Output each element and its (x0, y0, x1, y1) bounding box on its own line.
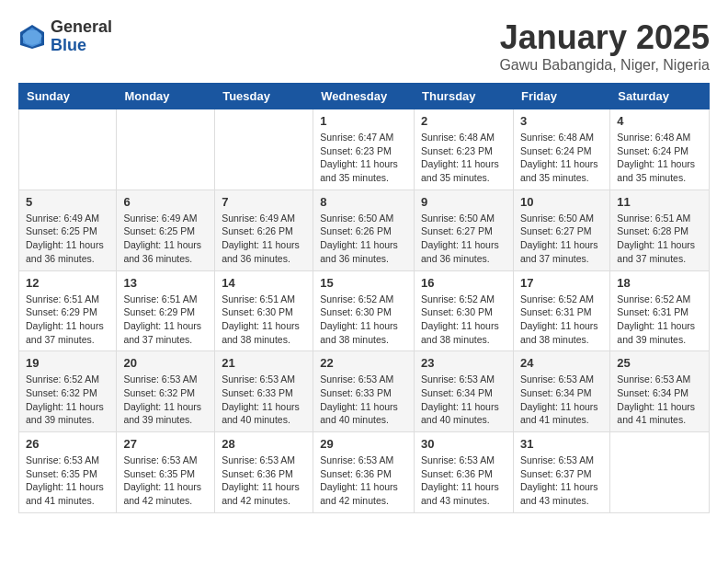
day-number-10: 10 (520, 195, 603, 209)
day-cell-11: 11Sunrise: 6:51 AM Sunset: 6:28 PM Dayli… (610, 190, 710, 270)
location-label: Gawu Babangida, Niger, Nigeria (499, 57, 710, 74)
day-number-26: 26 (26, 437, 109, 451)
day-info-18: Sunrise: 6:52 AM Sunset: 6:31 PM Dayligh… (617, 293, 702, 347)
day-cell-17: 17Sunrise: 6:52 AM Sunset: 6:31 PM Dayli… (513, 270, 609, 351)
day-number-21: 21 (222, 356, 306, 370)
day-cell-6: 6Sunrise: 6:49 AM Sunset: 6:25 PM Daylig… (117, 190, 215, 270)
week-row-4: 19Sunrise: 6:52 AM Sunset: 6:32 PM Dayli… (19, 351, 710, 432)
logo-blue-label: Blue (51, 37, 112, 55)
day-number-17: 17 (520, 276, 603, 290)
day-cell-2: 2Sunrise: 6:48 AM Sunset: 6:23 PM Daylig… (415, 109, 514, 190)
weekday-header-monday: Monday (117, 84, 215, 109)
weekday-header-tuesday: Tuesday (215, 84, 313, 109)
day-cell-12: 12Sunrise: 6:51 AM Sunset: 6:29 PM Dayli… (19, 270, 117, 351)
day-number-12: 12 (26, 276, 109, 290)
day-number-2: 2 (421, 114, 506, 128)
day-info-23: Sunrise: 6:53 AM Sunset: 6:34 PM Dayligh… (421, 373, 506, 427)
day-info-5: Sunrise: 6:49 AM Sunset: 6:25 PM Dayligh… (26, 212, 109, 266)
day-cell-10: 10Sunrise: 6:50 AM Sunset: 6:27 PM Dayli… (513, 190, 609, 270)
day-number-6: 6 (123, 195, 208, 209)
week-row-3: 12Sunrise: 6:51 AM Sunset: 6:29 PM Dayli… (19, 270, 710, 351)
day-cell-22: 22Sunrise: 6:53 AM Sunset: 6:33 PM Dayli… (313, 351, 415, 432)
day-number-7: 7 (222, 195, 306, 209)
day-info-20: Sunrise: 6:53 AM Sunset: 6:32 PM Dayligh… (123, 373, 208, 427)
day-number-14: 14 (222, 276, 306, 290)
day-info-19: Sunrise: 6:52 AM Sunset: 6:32 PM Dayligh… (26, 373, 109, 427)
week-row-1: 1Sunrise: 6:47 AM Sunset: 6:23 PM Daylig… (19, 109, 710, 190)
day-number-25: 25 (617, 356, 702, 370)
day-cell-20: 20Sunrise: 6:53 AM Sunset: 6:32 PM Dayli… (117, 351, 215, 432)
day-number-1: 1 (320, 114, 407, 128)
day-info-27: Sunrise: 6:53 AM Sunset: 6:35 PM Dayligh… (123, 454, 208, 508)
day-info-13: Sunrise: 6:51 AM Sunset: 6:29 PM Dayligh… (123, 293, 208, 347)
day-number-15: 15 (320, 276, 407, 290)
week-row-5: 26Sunrise: 6:53 AM Sunset: 6:35 PM Dayli… (19, 432, 710, 513)
empty-cell (117, 109, 215, 190)
day-info-22: Sunrise: 6:53 AM Sunset: 6:33 PM Dayligh… (320, 373, 407, 427)
day-number-9: 9 (421, 195, 506, 209)
day-cell-24: 24Sunrise: 6:53 AM Sunset: 6:34 PM Dayli… (513, 351, 609, 432)
day-info-24: Sunrise: 6:53 AM Sunset: 6:34 PM Dayligh… (520, 373, 603, 427)
day-number-16: 16 (421, 276, 506, 290)
day-number-18: 18 (617, 276, 702, 290)
day-cell-21: 21Sunrise: 6:53 AM Sunset: 6:33 PM Dayli… (215, 351, 313, 432)
page-header: General Blue January 2025 Gawu Babangida… (18, 18, 710, 74)
day-cell-23: 23Sunrise: 6:53 AM Sunset: 6:34 PM Dayli… (415, 351, 514, 432)
logo-icon (18, 23, 46, 51)
empty-cell (215, 109, 313, 190)
day-number-11: 11 (617, 195, 702, 209)
day-info-11: Sunrise: 6:51 AM Sunset: 6:28 PM Dayligh… (617, 212, 702, 266)
day-cell-7: 7Sunrise: 6:49 AM Sunset: 6:26 PM Daylig… (215, 190, 313, 270)
day-info-30: Sunrise: 6:53 AM Sunset: 6:36 PM Dayligh… (421, 454, 506, 508)
month-title: January 2025 (499, 18, 710, 57)
day-cell-30: 30Sunrise: 6:53 AM Sunset: 6:36 PM Dayli… (415, 432, 514, 513)
day-cell-26: 26Sunrise: 6:53 AM Sunset: 6:35 PM Dayli… (19, 432, 117, 513)
day-number-19: 19 (26, 356, 109, 370)
day-info-31: Sunrise: 6:53 AM Sunset: 6:37 PM Dayligh… (520, 454, 603, 508)
day-info-6: Sunrise: 6:49 AM Sunset: 6:25 PM Dayligh… (123, 212, 208, 266)
day-info-8: Sunrise: 6:50 AM Sunset: 6:26 PM Dayligh… (320, 212, 407, 266)
day-cell-3: 3Sunrise: 6:48 AM Sunset: 6:24 PM Daylig… (513, 109, 609, 190)
day-number-29: 29 (320, 437, 407, 451)
week-row-2: 5Sunrise: 6:49 AM Sunset: 6:25 PM Daylig… (19, 190, 710, 270)
calendar-table: SundayMondayTuesdayWednesdayThursdayFrid… (18, 83, 710, 513)
logo-general-label: General (51, 18, 112, 37)
logo: General Blue (18, 18, 112, 55)
day-info-21: Sunrise: 6:53 AM Sunset: 6:33 PM Dayligh… (222, 373, 306, 427)
day-number-30: 30 (421, 437, 506, 451)
day-number-3: 3 (520, 114, 603, 128)
weekday-header-thursday: Thursday (415, 84, 514, 109)
day-info-14: Sunrise: 6:51 AM Sunset: 6:30 PM Dayligh… (222, 293, 306, 347)
weekday-header-sunday: Sunday (19, 84, 117, 109)
day-cell-31: 31Sunrise: 6:53 AM Sunset: 6:37 PM Dayli… (513, 432, 609, 513)
weekday-header-wednesday: Wednesday (313, 84, 415, 109)
day-number-31: 31 (520, 437, 603, 451)
title-block: January 2025 Gawu Babangida, Niger, Nige… (499, 18, 710, 74)
weekday-header-friday: Friday (513, 84, 609, 109)
day-info-16: Sunrise: 6:52 AM Sunset: 6:30 PM Dayligh… (421, 293, 506, 347)
day-number-24: 24 (520, 356, 603, 370)
day-cell-5: 5Sunrise: 6:49 AM Sunset: 6:25 PM Daylig… (19, 190, 117, 270)
logo-text: General Blue (51, 18, 112, 55)
day-number-5: 5 (26, 195, 109, 209)
day-number-4: 4 (617, 114, 702, 128)
day-info-25: Sunrise: 6:53 AM Sunset: 6:34 PM Dayligh… (617, 373, 702, 427)
day-info-10: Sunrise: 6:50 AM Sunset: 6:27 PM Dayligh… (520, 212, 603, 266)
day-cell-4: 4Sunrise: 6:48 AM Sunset: 6:24 PM Daylig… (610, 109, 710, 190)
day-info-12: Sunrise: 6:51 AM Sunset: 6:29 PM Dayligh… (26, 293, 109, 347)
day-cell-1: 1Sunrise: 6:47 AM Sunset: 6:23 PM Daylig… (313, 109, 415, 190)
day-number-28: 28 (222, 437, 306, 451)
day-info-4: Sunrise: 6:48 AM Sunset: 6:24 PM Dayligh… (617, 131, 702, 185)
day-info-1: Sunrise: 6:47 AM Sunset: 6:23 PM Dayligh… (320, 131, 407, 185)
day-info-29: Sunrise: 6:53 AM Sunset: 6:36 PM Dayligh… (320, 454, 407, 508)
day-cell-18: 18Sunrise: 6:52 AM Sunset: 6:31 PM Dayli… (610, 270, 710, 351)
day-cell-8: 8Sunrise: 6:50 AM Sunset: 6:26 PM Daylig… (313, 190, 415, 270)
day-info-26: Sunrise: 6:53 AM Sunset: 6:35 PM Dayligh… (26, 454, 109, 508)
day-info-17: Sunrise: 6:52 AM Sunset: 6:31 PM Dayligh… (520, 293, 603, 347)
day-cell-14: 14Sunrise: 6:51 AM Sunset: 6:30 PM Dayli… (215, 270, 313, 351)
day-info-28: Sunrise: 6:53 AM Sunset: 6:36 PM Dayligh… (222, 454, 306, 508)
day-cell-29: 29Sunrise: 6:53 AM Sunset: 6:36 PM Dayli… (313, 432, 415, 513)
day-info-2: Sunrise: 6:48 AM Sunset: 6:23 PM Dayligh… (421, 131, 506, 185)
day-cell-13: 13Sunrise: 6:51 AM Sunset: 6:29 PM Dayli… (117, 270, 215, 351)
day-cell-25: 25Sunrise: 6:53 AM Sunset: 6:34 PM Dayli… (610, 351, 710, 432)
